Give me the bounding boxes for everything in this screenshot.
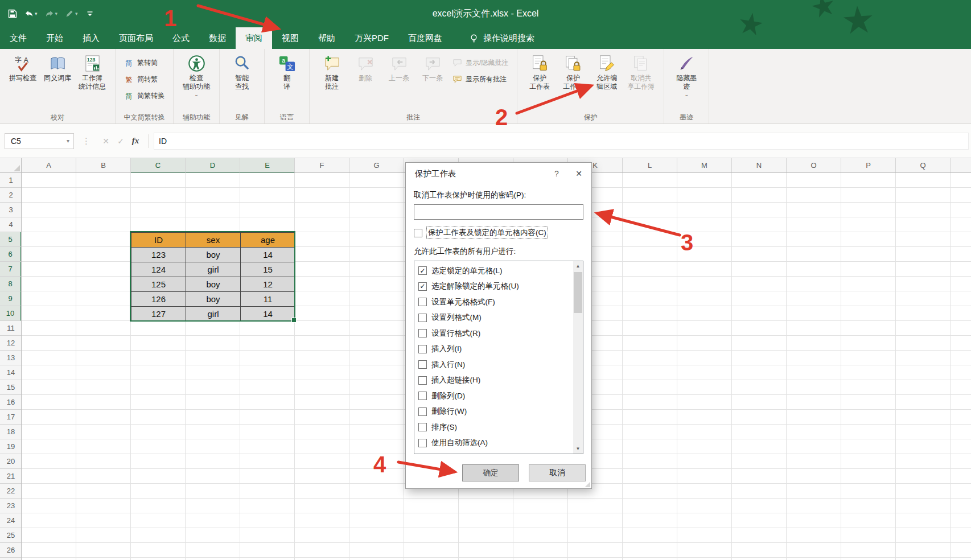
row-header-19[interactable]: 19 <box>0 439 22 454</box>
row-header-16[interactable]: 16 <box>0 395 22 410</box>
table-cell[interactable]: 11 <box>241 292 295 307</box>
permission-option[interactable]: 设置行格式(R) <box>415 326 573 341</box>
table-cell[interactable]: 14 <box>241 248 295 262</box>
permission-option[interactable]: 插入超链接(H) <box>415 373 573 389</box>
check-accessibility-button[interactable]: 检查 辅助功能⌄ <box>180 52 213 97</box>
password-input[interactable] <box>414 204 583 220</box>
tell-me-search[interactable]: 操作说明搜索 <box>469 27 534 49</box>
allow-edit-ranges-button[interactable]: 允许编 辑区域 <box>591 52 623 92</box>
table-cell[interactable]: 126 <box>131 292 186 307</box>
smart-lookup-button[interactable]: 智能 查找 <box>226 52 258 92</box>
row-header-5[interactable]: 5 <box>0 232 22 247</box>
tab-help[interactable]: 帮助 <box>308 27 345 49</box>
column-header-C[interactable]: C <box>131 158 186 173</box>
previous-comment-button[interactable]: 上一条 <box>383 52 415 84</box>
table-cell[interactable]: girl <box>186 262 241 277</box>
tab-view[interactable]: 视图 <box>272 27 308 49</box>
permission-option[interactable]: ✓选定锁定的单元格(L) <box>415 263 573 279</box>
protect-sheet-button[interactable]: 保护 工作表 <box>524 52 556 92</box>
row-header-7[interactable]: 7 <box>0 262 22 277</box>
thesaurus-button[interactable]: 同义词库 <box>41 52 74 84</box>
row-header-15[interactable]: 15 <box>0 380 22 395</box>
row-header-20[interactable]: 20 <box>0 454 22 469</box>
row-header-25[interactable]: 25 <box>0 528 22 543</box>
listbox-scrollbar[interactable]: ▲ ▼ <box>573 261 583 454</box>
table-header-cell[interactable]: age <box>241 233 295 248</box>
column-header-N[interactable]: N <box>732 158 787 173</box>
show-all-comments-button[interactable]: 显示所有批注 <box>450 73 511 85</box>
row-header-6[interactable]: 6 <box>0 247 22 262</box>
table-cell[interactable]: boy <box>186 248 241 262</box>
row-header-24[interactable]: 24 <box>0 513 22 528</box>
protect-contents-checkbox[interactable]: 保护工作表及锁定的单元格内容(C) <box>414 227 583 238</box>
table-cell[interactable]: 124 <box>131 262 186 277</box>
permission-option[interactable]: 使用自动筛选(A) <box>415 435 573 451</box>
row-header-8[interactable]: 8 <box>0 277 22 291</box>
tab-formulas[interactable]: 公式 <box>163 27 199 49</box>
permission-option[interactable]: 设置单元格格式(F) <box>415 294 573 310</box>
next-comment-button[interactable]: 下一条 <box>417 52 449 84</box>
permission-option[interactable]: 删除列(D) <box>415 388 573 404</box>
table-cell[interactable]: 14 <box>241 307 295 322</box>
table-header-cell[interactable]: ID <box>131 233 186 248</box>
table-cell[interactable]: 123 <box>131 248 186 262</box>
permission-option[interactable]: 删除行(W) <box>415 404 573 420</box>
insert-function-icon[interactable]: fx <box>128 136 143 146</box>
hide-ink-button[interactable]: 隐藏墨 迹⌄ <box>670 52 702 97</box>
row-header-11[interactable]: 11 <box>0 321 22 336</box>
row-header-10[interactable]: 10 <box>0 306 22 321</box>
scrollbar-thumb[interactable] <box>574 272 582 313</box>
column-header-Q[interactable]: Q <box>896 158 951 173</box>
column-header-O[interactable]: O <box>787 158 841 173</box>
workbook-statistics-button[interactable]: 123工作簿 统计信息 <box>76 52 109 92</box>
table-cell[interactable]: 125 <box>131 277 186 292</box>
row-header-22[interactable]: 22 <box>0 484 22 499</box>
tab-file[interactable]: 文件 <box>0 27 36 49</box>
delete-comment-button[interactable]: 删除 <box>349 52 381 84</box>
table-cell[interactable]: 12 <box>241 277 295 292</box>
column-header-M[interactable]: M <box>677 158 732 173</box>
table-cell[interactable]: 127 <box>131 307 186 322</box>
column-header-B[interactable]: B <box>76 158 131 173</box>
name-box[interactable]: C5 ▾ <box>5 133 74 149</box>
tab-review[interactable]: 审阅 <box>236 27 272 49</box>
permission-option[interactable]: 排序(S) <box>415 419 573 435</box>
row-header-13[interactable]: 13 <box>0 351 22 365</box>
table-cell[interactable]: boy <box>186 277 241 292</box>
formula-content[interactable]: ID <box>154 133 969 150</box>
simplified-to-traditional-button[interactable]: 繁简转繁 <box>122 73 167 85</box>
scroll-down-icon[interactable]: ▼ <box>573 444 583 454</box>
column-header-F[interactable]: F <box>295 158 349 173</box>
show-hide-comment-button[interactable]: 显示/隐藏批注 <box>450 57 511 69</box>
cancel-button[interactable]: 取消 <box>529 464 586 481</box>
tab-wanxing-pdf[interactable]: 万兴PDF <box>345 27 398 49</box>
tab-data[interactable]: 数据 <box>199 27 236 49</box>
spell-check-button[interactable]: 字A拼写检查 <box>6 52 39 84</box>
row-header-17[interactable]: 17 <box>0 410 22 425</box>
tab-page-layout[interactable]: 页面布局 <box>109 27 163 49</box>
column-header-D[interactable]: D <box>186 158 240 173</box>
column-header-G[interactable]: G <box>349 158 404 173</box>
column-header-L[interactable]: L <box>623 158 677 173</box>
cancel-entry-icon[interactable]: ✕ <box>98 137 113 146</box>
table-cell[interactable]: girl <box>186 307 241 322</box>
tab-home[interactable]: 开始 <box>36 27 73 49</box>
row-header-14[interactable]: 14 <box>0 365 22 380</box>
row-header-12[interactable]: 12 <box>0 336 22 351</box>
conversion-options-button[interactable]: 简简繁转换 <box>122 90 167 102</box>
tab-insert[interactable]: 插入 <box>73 27 109 49</box>
row-header-21[interactable]: 21 <box>0 469 22 484</box>
help-icon[interactable]: ? <box>547 167 566 178</box>
permission-option[interactable]: 使用数据透视表和数据透视图(V) <box>415 451 573 454</box>
table-cell[interactable]: boy <box>186 292 241 307</box>
translate-button[interactable]: a文翻 译 <box>271 52 303 92</box>
row-header-3[interactable]: 3 <box>0 203 22 217</box>
row-header-18[interactable]: 18 <box>0 425 22 439</box>
column-header-E[interactable]: E <box>240 158 295 173</box>
column-header-A[interactable]: A <box>22 158 76 173</box>
row-header-2[interactable]: 2 <box>0 188 22 203</box>
select-all-corner[interactable] <box>0 158 22 173</box>
table-header-cell[interactable]: sex <box>186 233 241 248</box>
ok-button[interactable]: 确定 <box>462 464 519 481</box>
table-cell[interactable]: 15 <box>241 262 295 277</box>
